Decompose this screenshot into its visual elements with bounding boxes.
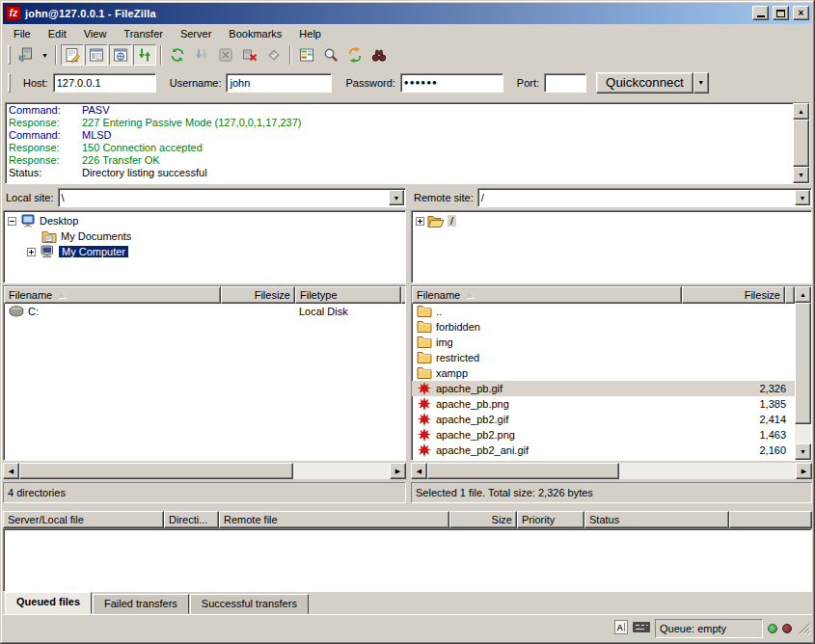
menu-server[interactable]: Server — [172, 26, 220, 41]
transfer-queue-list[interactable] — [3, 528, 812, 591]
title-bar[interactable]: fz john@127.0.0.1 - FileZilla × — [3, 3, 812, 24]
file-row-img[interactable]: img — [412, 335, 795, 350]
menu-edit[interactable]: Edit — [40, 26, 75, 41]
log-scrollbar[interactable]: ▲ ▼ — [793, 103, 809, 183]
tab-successful-transfers[interactable]: Successful transfers — [190, 594, 309, 614]
column-header-blank[interactable] — [729, 511, 812, 529]
remote-horizontal-scrollbar[interactable]: ◀ ▶ — [411, 463, 812, 479]
data-type-indicator-icon[interactable]: A — [614, 620, 628, 636]
quickconnect-button[interactable]: Quickconnect — [596, 72, 693, 94]
tree-item-my-computer[interactable]: My Computer — [4, 244, 405, 259]
toolbar-grip[interactable] — [8, 45, 11, 65]
menu-bookmarks[interactable]: Bookmarks — [220, 26, 290, 41]
toggle-local-tree-button[interactable] — [85, 44, 108, 66]
menu-file[interactable]: File — [5, 26, 40, 41]
expand-icon[interactable] — [416, 217, 424, 226]
column-header-server-local-file[interactable]: Server/Local file — [3, 511, 164, 529]
file-row-apache-pb2-gif[interactable]: apache_pb2.gif2,414 — [412, 412, 795, 427]
column-header-filetype[interactable]: Filetype — [295, 286, 401, 304]
file-row-apache-pb2-ani-gif[interactable]: apache_pb2_ani.gif2,160 — [412, 443, 795, 458]
tab-queued-files[interactable]: Queued files — [5, 592, 92, 614]
column-header-priority[interactable]: Priority — [517, 511, 584, 529]
log-line-text: PASV — [82, 104, 110, 117]
toggle-message-log-button[interactable] — [61, 44, 84, 66]
menu-transfer[interactable]: Transfer — [115, 26, 172, 41]
scroll-up-icon[interactable]: ▲ — [795, 286, 811, 303]
menu-help[interactable]: Help — [290, 26, 330, 41]
maximize-button[interactable] — [773, 6, 789, 20]
scroll-up-icon[interactable]: ▲ — [793, 103, 809, 120]
file-row-forbidden[interactable]: forbidden — [412, 319, 795, 335]
process-queue-button[interactable] — [190, 44, 213, 66]
column-header-filename[interactable]: Filename — [412, 286, 682, 304]
directory-comparison-button[interactable] — [295, 44, 318, 66]
tab-failed-transfers[interactable]: Failed transfers — [93, 594, 189, 614]
scroll-left-icon[interactable]: ◀ — [411, 463, 427, 479]
file-row-apache-pb2-png[interactable]: apache_pb2.png1,463 — [412, 427, 795, 443]
column-header-size[interactable]: Size — [449, 511, 517, 529]
desktop-icon — [19, 214, 37, 228]
password-input[interactable] — [400, 73, 503, 93]
scroll-left-icon[interactable]: ◀ — [3, 463, 19, 479]
chevron-down-icon[interactable]: ▼ — [795, 190, 810, 205]
column-header-directi-[interactable]: Directi... — [164, 511, 219, 529]
log-line-text: 226 Transfer OK — [82, 154, 160, 167]
local-file-list: FilenameFilesizeFiletypeL C:Local Disk — [3, 285, 406, 461]
tree-item-label: My Documents — [61, 230, 131, 242]
refresh-button[interactable] — [166, 44, 189, 66]
scrollbar-thumb[interactable] — [793, 120, 809, 167]
scroll-right-icon[interactable]: ▶ — [390, 463, 406, 479]
local-site-combo[interactable]: \ ▼ — [58, 188, 406, 207]
toolbar-grip[interactable] — [8, 73, 11, 93]
abort-button[interactable] — [262, 44, 285, 66]
synchronized-browsing-button[interactable] — [343, 44, 367, 66]
toggle-queue-button[interactable] — [133, 44, 156, 66]
close-button[interactable]: × — [793, 6, 809, 20]
column-header-status[interactable]: Status — [584, 511, 729, 529]
quickconnect-dropdown-button[interactable]: ▼ — [693, 72, 709, 94]
find-files-button[interactable] — [319, 44, 342, 66]
port-input[interactable] — [544, 73, 586, 93]
file-row-c-[interactable]: C:Local Disk — [4, 304, 405, 319]
host-input[interactable] — [53, 73, 156, 93]
site-manager-button[interactable] — [14, 44, 38, 66]
scroll-down-icon[interactable]: ▼ — [793, 167, 809, 183]
minimize-button[interactable] — [752, 6, 769, 20]
log-line-type: Command: — [9, 129, 82, 142]
scrollbar-thumb[interactable] — [795, 303, 811, 424]
file-row--[interactable]: .. — [412, 304, 795, 319]
column-header-filesize[interactable]: Filesize — [221, 286, 295, 304]
remote-vertical-scrollbar[interactable]: ▲ ▼ — [795, 286, 811, 460]
toggle-remote-tree-button[interactable] — [109, 44, 132, 66]
toggle-queue-icon — [136, 47, 153, 63]
menu-view[interactable]: View — [75, 26, 116, 41]
resize-grip[interactable] — [797, 621, 810, 636]
cancel-operation-button[interactable] — [214, 44, 237, 66]
scrollbar-thumb[interactable] — [19, 463, 293, 479]
scroll-down-icon[interactable]: ▼ — [795, 443, 811, 460]
file-row-apache-pb-png[interactable]: apache_pb.png1,385 — [412, 396, 795, 412]
scroll-right-icon[interactable]: ▶ — [796, 463, 812, 479]
collapse-icon[interactable] — [8, 217, 16, 226]
column-header-remote-file[interactable]: Remote file — [219, 511, 449, 529]
tree-item-my-documents[interactable]: My Documents — [4, 228, 405, 244]
local-horizontal-scrollbar[interactable]: ◀ ▶ — [3, 463, 406, 479]
log-line: Response:150 Connection accepted — [9, 142, 793, 154]
speed-limits-icon[interactable] — [633, 622, 650, 634]
column-header-blank[interactable] — [785, 286, 795, 304]
column-header-filename[interactable]: Filename — [4, 286, 221, 304]
chevron-down-icon[interactable]: ▼ — [389, 190, 404, 205]
scrollbar-thumb[interactable] — [427, 463, 619, 479]
username-input[interactable] — [226, 73, 332, 93]
disconnect-button[interactable] — [238, 44, 261, 66]
file-row-xampp[interactable]: xampp — [412, 365, 795, 381]
filter-button[interactable] — [367, 44, 391, 66]
site-manager-button-dropdown[interactable]: ▼ — [39, 44, 51, 66]
expand-icon[interactable] — [27, 248, 36, 256]
file-row-apache-pb-gif[interactable]: apache_pb.gif2,326 — [412, 381, 795, 396]
tree-item--[interactable]: / — [412, 213, 811, 228]
file-row-restricted[interactable]: restricted — [412, 350, 795, 365]
column-header-filesize[interactable]: Filesize — [682, 286, 785, 304]
tree-item-desktop[interactable]: Desktop — [4, 213, 405, 228]
remote-site-combo[interactable]: / ▼ — [477, 188, 812, 207]
